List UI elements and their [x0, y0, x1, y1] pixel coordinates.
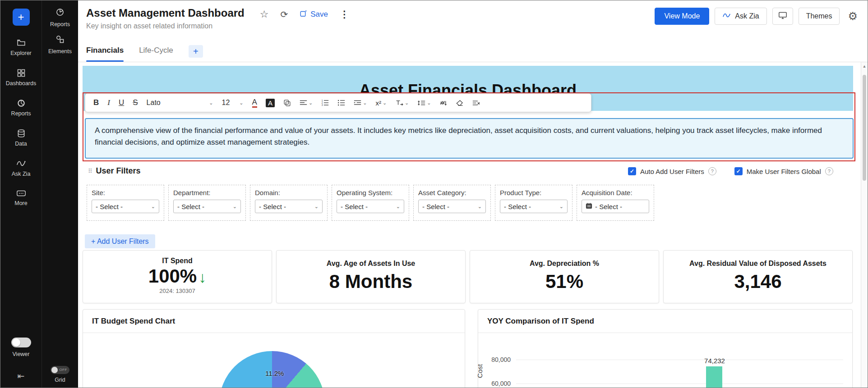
text-direction-button[interactable]: ⌄: [395, 100, 409, 106]
app-window: + Explorer Dashboards Reports Data Ask Z…: [0, 0, 868, 388]
tab-financials[interactable]: Financials: [86, 46, 124, 62]
kpi-card-avg-residual-value[interactable]: Avg. Residual Value of Disposed Assets 3…: [663, 250, 853, 303]
chart-title: YOY Comparison of IT Spend: [478, 310, 852, 333]
kpi-card-avg-age[interactable]: Avg. Age of Assets In Use 8 Months: [276, 250, 466, 303]
rail-item-elements[interactable]: Elements: [48, 35, 72, 55]
kpi-row: IT Spend 100%↓ 2024: 130307 Avg. Age of …: [83, 250, 853, 303]
grid-toggle-state: OFF: [60, 368, 68, 372]
filter-asset-category: Asset Category: - Select -⌄: [413, 185, 491, 221]
sidebar-item-explorer[interactable]: Explorer: [0, 38, 42, 56]
chevron-down-icon: ⌄: [209, 100, 213, 106]
sidebar-item-more[interactable]: More: [0, 189, 42, 206]
ordered-list-button[interactable]: 123: [321, 99, 329, 106]
font-size-select[interactable]: 12⌄: [222, 99, 244, 107]
sidebar: + Explorer Dashboards Reports Data Ask Z…: [0, 0, 42, 388]
page-subtitle: Key insight on asset related information: [86, 22, 245, 30]
folder-icon: [17, 38, 26, 47]
monitor-icon: [778, 11, 787, 21]
themes-button[interactable]: Themes: [799, 8, 840, 25]
auto-add-user-filters-label: Auto Add User Filters: [640, 168, 704, 175]
zia-icon: [722, 12, 731, 21]
line-spacing-button[interactable]: ⌄: [417, 100, 431, 106]
filter-select[interactable]: - Select -⌄: [173, 200, 241, 213]
create-button[interactable]: +: [13, 9, 30, 26]
italic-button[interactable]: I: [107, 98, 110, 107]
description-text-widget[interactable]: A comprehensive view of the financial pe…: [85, 118, 854, 159]
sidebar-item-label: More: [14, 200, 27, 206]
grid-toggle[interactable]: OFF: [51, 366, 69, 374]
auto-add-user-filters-checkbox[interactable]: ✓: [628, 167, 636, 175]
tab-life-cycle[interactable]: Life-Cycle: [139, 46, 173, 62]
strikethrough-button[interactable]: S: [133, 98, 138, 107]
font-color-button[interactable]: A: [252, 98, 257, 108]
align-button[interactable]: ⌄: [300, 100, 313, 106]
gridline: [516, 383, 843, 384]
filter-select[interactable]: - Select -⌄: [418, 200, 486, 213]
refresh-icon[interactable]: ⟳: [281, 9, 288, 20]
scroll-up-icon[interactable]: ▲: [861, 64, 868, 68]
chart-card-it-budget[interactable]: IT Budget Spend Chart 11.2%: [83, 309, 465, 388]
add-user-filters-button[interactable]: + Add User Filters: [85, 234, 155, 248]
sidebar-item-label: Dashboards: [6, 80, 36, 87]
help-icon[interactable]: ?: [825, 167, 833, 175]
grid-label: Grid: [55, 377, 65, 383]
rail-bottom: OFF Grid: [51, 366, 69, 388]
ask-zia-button[interactable]: Ask Zia: [715, 8, 766, 25]
rail-item-label: Reports: [50, 21, 70, 27]
sidebar-item-reports[interactable]: Reports: [0, 99, 42, 117]
font-family-select[interactable]: Lato⌄: [147, 99, 213, 107]
help-icon[interactable]: ?: [708, 167, 716, 175]
presentation-button[interactable]: [772, 8, 793, 25]
sidebar-item-data[interactable]: Data: [0, 129, 42, 147]
sidebar-item-ask-zia[interactable]: Ask Zia: [0, 159, 42, 177]
filter-date-select[interactable]: - Select -: [582, 200, 649, 213]
eraser-icon[interactable]: [456, 100, 464, 106]
unordered-list-button[interactable]: [337, 99, 345, 106]
sidebar-item-label: Ask Zia: [12, 171, 31, 177]
chevron-down-icon: ⌄: [314, 204, 319, 210]
kpi-card-it-spend[interactable]: IT Spend 100%↓ 2024: 130307: [83, 250, 272, 303]
make-user-filters-global-checkbox[interactable]: ✓: [734, 167, 743, 175]
chart-card-yoy-comparison[interactable]: YOY Comparison of IT Spend Cost 80,000 6…: [478, 309, 853, 388]
number-format-button[interactable]: [440, 100, 448, 106]
indent-button[interactable]: ⌄: [354, 100, 367, 106]
superscript-button[interactable]: x²⌄: [375, 99, 387, 107]
chevron-down-icon: ⌄: [427, 100, 431, 106]
zia-icon: [16, 159, 26, 168]
rail-item-reports[interactable]: Reports: [50, 8, 70, 27]
settings-gear-icon[interactable]: ⚙: [848, 10, 858, 23]
elements-icon: [55, 35, 65, 46]
add-tab-button[interactable]: +: [189, 45, 203, 58]
toggle-knob: [51, 367, 58, 373]
drag-handle-icon[interactable]: ⠿: [88, 168, 92, 174]
save-button[interactable]: Save: [300, 9, 328, 19]
filter-select[interactable]: - Select -⌄: [500, 200, 568, 213]
filter-operating-system: Operating System: - Select -⌄: [332, 185, 409, 221]
sidebar-item-dashboards[interactable]: Dashboards: [0, 68, 42, 87]
gridline: [516, 360, 843, 360]
format-painter-button[interactable]: [283, 99, 291, 107]
clear-format-button[interactable]: [472, 100, 480, 106]
more-options-icon[interactable]: ⋮: [340, 9, 349, 20]
viewer-toggle[interactable]: [11, 338, 31, 347]
favorite-star-icon[interactable]: ☆: [260, 9, 269, 20]
y-axis-label: Cost: [476, 364, 484, 378]
scrollbar-thumb[interactable]: [863, 75, 866, 181]
underline-button[interactable]: U: [119, 98, 124, 107]
sidebar-item-label: Explorer: [10, 50, 32, 56]
vertical-scrollbar[interactable]: ▲: [861, 62, 868, 388]
kpi-card-avg-depreciation[interactable]: Avg. Depreciation % 51%: [470, 250, 659, 303]
bar-rect[interactable]: [706, 366, 722, 388]
bold-button[interactable]: B: [93, 98, 99, 107]
filter-product-type: Product Type: - Select -⌄: [495, 185, 573, 221]
filter-select[interactable]: - Select -⌄: [255, 200, 323, 213]
filter-select[interactable]: - Select -⌄: [92, 200, 159, 213]
chevron-down-icon: ⌄: [363, 100, 367, 106]
dashboard-canvas: Asset Financials Dashboard B I U S Lato⌄…: [78, 62, 868, 388]
sidebar-item-label: Reports: [11, 110, 31, 117]
chevron-down-icon: ⌄: [239, 100, 243, 106]
highlight-color-button[interactable]: A: [266, 99, 275, 107]
view-mode-button[interactable]: View Mode: [655, 8, 709, 25]
filter-select[interactable]: - Select -⌄: [337, 200, 404, 213]
collapse-sidebar-icon[interactable]: ⇤: [18, 371, 25, 381]
